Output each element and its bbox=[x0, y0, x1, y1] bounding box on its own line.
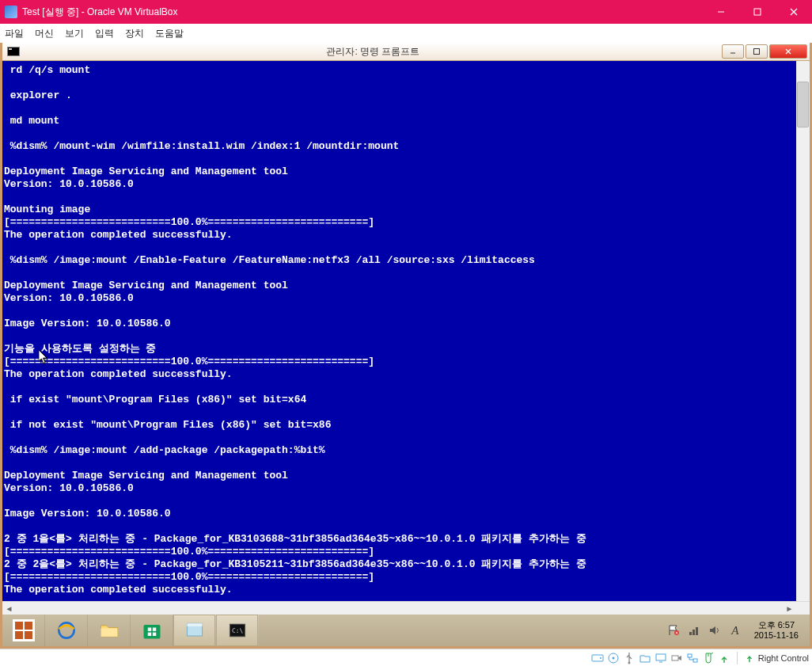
scroll-left-icon[interactable]: ◄ bbox=[2, 602, 16, 615]
windows-logo-icon bbox=[13, 619, 35, 641]
status-network-icon[interactable] bbox=[686, 652, 699, 664]
flag-icon[interactable]: ✕ bbox=[667, 624, 680, 637]
terminal-area[interactable]: rd /q/s mount explorer . md mount %dism%… bbox=[2, 61, 810, 615]
volume-icon[interactable] bbox=[708, 624, 721, 637]
svg-rect-9 bbox=[101, 628, 117, 637]
close-button[interactable] bbox=[776, 0, 812, 24]
horizontal-scrollbar[interactable]: ◄ ► bbox=[2, 601, 810, 615]
svg-point-27 bbox=[612, 656, 614, 659]
menu-devices[interactable]: 장치 bbox=[125, 27, 144, 40]
svg-text:✕: ✕ bbox=[675, 630, 678, 635]
system-tray: ✕ A 오후 6:57 2015-11-16 bbox=[661, 615, 810, 646]
statusbar-divider bbox=[737, 652, 738, 664]
guest-desktop: 관리자: 명령 프롬프트 rd /q/s mount explorer . md… bbox=[0, 43, 812, 649]
virtualbox-icon bbox=[5, 6, 17, 18]
window-icon bbox=[184, 619, 206, 641]
status-shared-folder-icon[interactable] bbox=[639, 652, 651, 664]
cmd-icon bbox=[7, 47, 20, 56]
taskbar-store[interactable] bbox=[131, 615, 173, 646]
menubar: 파일 머신 보기 입력 장치 도움말 bbox=[0, 24, 812, 43]
status-hdd-icon[interactable] bbox=[591, 652, 604, 664]
minimize-button[interactable] bbox=[703, 0, 739, 24]
status-mouse-icon[interactable] bbox=[702, 652, 715, 664]
tray-clock[interactable]: 오후 6:57 2015-11-16 bbox=[749, 620, 803, 641]
svg-rect-5 bbox=[754, 49, 760, 55]
window-title: Test [실행 중] - Oracle VM VirtualBox bbox=[22, 6, 703, 19]
taskbar-cmd[interactable]: C:\ bbox=[216, 615, 259, 646]
scroll-right-icon[interactable]: ► bbox=[783, 602, 796, 615]
status-keyboard-icon[interactable] bbox=[718, 652, 730, 664]
ime-indicator[interactable]: A bbox=[729, 624, 742, 637]
svg-rect-31 bbox=[672, 656, 678, 660]
menu-machine[interactable]: 머신 bbox=[35, 27, 54, 40]
taskbar-explorer[interactable] bbox=[88, 615, 131, 646]
menu-view[interactable]: 보기 bbox=[65, 27, 84, 40]
store-icon bbox=[141, 619, 163, 641]
svg-rect-16 bbox=[187, 623, 202, 626]
tray-date: 2015-11-16 bbox=[754, 630, 799, 641]
status-video-capture-icon[interactable] bbox=[670, 652, 683, 664]
svg-rect-12 bbox=[152, 628, 155, 631]
scrollbar-thumb[interactable] bbox=[797, 82, 809, 127]
host-key-label: Right Control bbox=[758, 653, 809, 663]
menu-help[interactable]: 도움말 bbox=[155, 27, 184, 40]
cmd-minimize-button[interactable] bbox=[722, 44, 744, 59]
tray-time: 오후 6:57 bbox=[754, 620, 799, 630]
status-optical-icon[interactable] bbox=[607, 652, 620, 664]
svg-rect-32 bbox=[688, 654, 692, 657]
menu-input[interactable]: 입력 bbox=[95, 27, 114, 40]
status-usb-icon[interactable] bbox=[623, 652, 636, 664]
terminal-output: rd /q/s mount explorer . md mount %dism%… bbox=[4, 64, 808, 596]
maximize-button[interactable] bbox=[739, 0, 776, 24]
svg-rect-14 bbox=[152, 633, 155, 636]
taskbar-ie[interactable] bbox=[45, 615, 88, 646]
svg-rect-1 bbox=[754, 9, 761, 15]
svg-rect-10 bbox=[143, 625, 160, 639]
virtualbox-titlebar: Test [실행 중] - Oracle VM VirtualBox bbox=[0, 0, 812, 24]
svg-rect-11 bbox=[147, 628, 150, 631]
folder-icon bbox=[98, 619, 120, 641]
svg-rect-13 bbox=[147, 633, 150, 636]
svg-rect-22 bbox=[692, 630, 695, 635]
ie-icon bbox=[55, 619, 78, 641]
guest-taskbar: C:\ ✕ A 오후 6:57 2015-11-16 bbox=[2, 615, 810, 646]
taskbar-app-window[interactable] bbox=[173, 615, 216, 646]
svg-rect-29 bbox=[656, 654, 666, 660]
network-icon[interactable] bbox=[688, 624, 700, 637]
start-button[interactable] bbox=[2, 615, 45, 646]
svg-rect-23 bbox=[696, 627, 698, 635]
cmd-maximize-button[interactable] bbox=[746, 44, 768, 59]
menu-file[interactable]: 파일 bbox=[5, 27, 24, 40]
svg-point-25 bbox=[600, 657, 601, 659]
svg-point-28 bbox=[628, 661, 630, 664]
hostkey-arrow-icon bbox=[744, 653, 755, 664]
virtualbox-statusbar: Right Control bbox=[0, 649, 812, 666]
cmd-titlebar: 관리자: 명령 프롬프트 bbox=[2, 43, 810, 61]
host-key-indicator[interactable]: Right Control bbox=[744, 653, 809, 664]
terminal-icon: C:\ bbox=[226, 619, 249, 641]
vertical-scrollbar[interactable] bbox=[796, 61, 810, 601]
cmd-title: 관리자: 명령 프롬프트 bbox=[25, 45, 722, 59]
status-display-icon[interactable] bbox=[655, 652, 667, 664]
cmd-close-button[interactable] bbox=[769, 44, 807, 59]
svg-text:C:\: C:\ bbox=[232, 627, 243, 634]
svg-rect-21 bbox=[689, 632, 692, 635]
